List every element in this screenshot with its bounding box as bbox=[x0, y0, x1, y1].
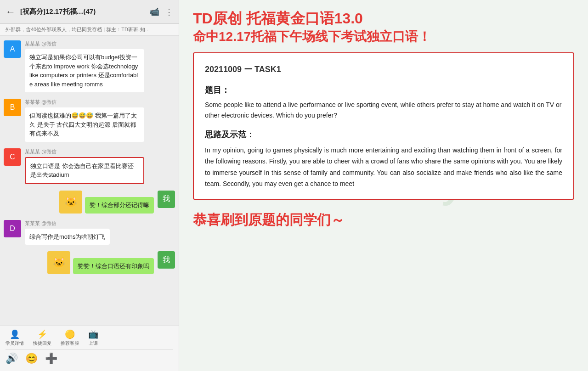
left-panel: ← [祝高分]12.17托福…(47) 📹 ⋮ 外部群，含40位外部联系人，均已… bbox=[0, 0, 179, 371]
group-info-bar: 外部群，含40位外部联系人，均已同意存档 | 群主：TD班班-知… bbox=[0, 24, 179, 36]
chat-title: [祝高分]12.17托福…(47) bbox=[20, 7, 145, 16]
self-message-inner: 🐱 赞赞！综合口语还有印象吗 bbox=[45, 251, 154, 274]
action-label: 学员详情 bbox=[6, 340, 24, 347]
action-label: 快捷回复 bbox=[33, 340, 51, 347]
message-row: A 某某某 @微信 独立写是如果你公司可以有budget投资一个东西to imp… bbox=[4, 40, 175, 92]
action-recommend-service[interactable]: 🟡 推荐客服 bbox=[61, 329, 79, 347]
sticker: 🐱 bbox=[47, 251, 70, 274]
chat-header: ← [祝高分]12.17托福…(47) 📹 ⋮ bbox=[0, 0, 179, 24]
back-button[interactable]: ← bbox=[6, 6, 16, 18]
task-thoughts-label: 思路及示范： bbox=[205, 128, 562, 142]
task-section-label: 题目： bbox=[205, 83, 562, 97]
quick-reply-icon: ⚡ bbox=[37, 329, 47, 339]
message-row: D 某某某 @微信 综合写作是moths为啥朝灯飞 bbox=[4, 220, 175, 245]
emoji-icon[interactable]: 😊 bbox=[25, 353, 38, 365]
message-row: C 某某某 @微信 独立口语是 你会选自己在家里看比赛还是出去stadium bbox=[4, 148, 175, 184]
action-quick-reply[interactable]: ⚡ 快捷回复 bbox=[33, 329, 51, 347]
message-content: 某某某 @微信 独立口语是 你会选自己在家里看比赛还是出去stadium bbox=[25, 148, 144, 184]
service-icon: 🟡 bbox=[65, 329, 75, 339]
right-title-line2: 命中12.17托福下午场线下考试独立口语！ bbox=[193, 28, 574, 45]
right-title-block: TD原创 托福黄金口语13.0 命中12.17托福下午场线下考试独立口语！ bbox=[193, 9, 574, 45]
message-content: 某某某 @微信 独立写是如果你公司可以有budget投资一个东西to impro… bbox=[25, 40, 144, 92]
messages-area: A 某某某 @微信 独立写是如果你公司可以有budget投资一个东西to imp… bbox=[0, 36, 179, 325]
self-message-row: 我 🐱 赞！综合部分还记得嘛 bbox=[4, 191, 175, 214]
message-content: 某某某 @微信 综合写作是moths为啥朝灯飞 bbox=[25, 220, 110, 245]
sender-name: 某某某 @微信 bbox=[25, 40, 144, 47]
video-icon[interactable]: 📹 bbox=[149, 7, 159, 17]
right-footer: 恭喜刷到原题的同学们～ bbox=[193, 211, 574, 230]
right-content: TD原创 托福黄金口语13.0 命中12.17托福下午场线下考试独立口语！ 20… bbox=[193, 9, 574, 230]
bottom-icons-row: 🔊 😊 ➕ bbox=[6, 349, 173, 367]
sender-name: 某某某 @微信 bbox=[25, 220, 110, 227]
sender-name: 某某某 @微信 bbox=[25, 99, 144, 106]
add-icon[interactable]: ➕ bbox=[45, 353, 57, 365]
class-icon: 📺 bbox=[88, 329, 98, 339]
task-question: Some people like to attend a live perfor… bbox=[205, 100, 562, 120]
bottom-actions: 👤 学员详情 ⚡ 快捷回复 🟡 推荐客服 📺 上课 bbox=[6, 329, 173, 347]
message-bubble: 综合写作是moths为啥朝灯飞 bbox=[25, 229, 110, 245]
sticker: 🐱 bbox=[59, 191, 82, 214]
avatar: C bbox=[4, 148, 21, 166]
self-message-bubble: 赞赞！综合口语还有印象吗 bbox=[73, 258, 154, 275]
action-student-detail[interactable]: 👤 学员详情 bbox=[6, 329, 24, 347]
student-icon: 👤 bbox=[10, 329, 20, 339]
self-message-bubble: 赞！综合部分还记得嘛 bbox=[85, 197, 154, 214]
action-label: 推荐客服 bbox=[61, 340, 79, 347]
message-bubble-highlighted: 独立口语是 你会选自己在家里看比赛还是出去stadium bbox=[25, 157, 144, 184]
self-avatar: 我 bbox=[158, 191, 175, 208]
task-id: 20211009 ー TASK1 bbox=[205, 62, 562, 77]
sender-name: 某某某 @微信 bbox=[25, 148, 144, 155]
avatar: B bbox=[4, 99, 21, 116]
self-message-row: 我 🐱 赞赞！综合口语还有印象吗 bbox=[4, 251, 175, 274]
right-panel: TestDaily TD原创 托福黄金口语13.0 命中12.17托福下午场线下… bbox=[179, 0, 588, 371]
header-icons: 📹 ⋮ bbox=[149, 7, 173, 17]
message-bubble: 独立写是如果你公司可以有budget投资一个东西to improve work … bbox=[25, 49, 144, 92]
action-label: 上课 bbox=[89, 340, 98, 347]
voice-icon[interactable]: 🔊 bbox=[6, 353, 18, 365]
task-box: 20211009 ー TASK1 题目： Some people like to… bbox=[193, 52, 574, 200]
message-bubble: 但阅读也挺难的😅😅😅 我第一篇用了太久 是关于 古代四大文明的起源 后面就都有点… bbox=[25, 107, 144, 142]
bottom-bar: 👤 学员详情 ⚡ 快捷回复 🟡 推荐客服 📺 上课 🔊 😊 ➕ bbox=[0, 325, 179, 371]
self-avatar: 我 bbox=[158, 251, 175, 269]
avatar: A bbox=[4, 40, 21, 58]
message-row: B 某某某 @微信 但阅读也挺难的😅😅😅 我第一篇用了太久 是关于 古代四大文明… bbox=[4, 99, 175, 142]
message-content: 某某某 @微信 但阅读也挺难的😅😅😅 我第一篇用了太久 是关于 古代四大文明的起… bbox=[25, 99, 144, 142]
more-icon[interactable]: ⋮ bbox=[165, 7, 173, 17]
self-message-inner: 🐱 赞！综合部分还记得嘛 bbox=[57, 191, 154, 214]
action-class[interactable]: 📺 上课 bbox=[88, 329, 98, 347]
right-title-line1: TD原创 托福黄金口语13.0 bbox=[193, 9, 574, 28]
avatar: D bbox=[4, 220, 21, 237]
task-thoughts-text: In my opinion, going to games physically… bbox=[205, 145, 562, 190]
